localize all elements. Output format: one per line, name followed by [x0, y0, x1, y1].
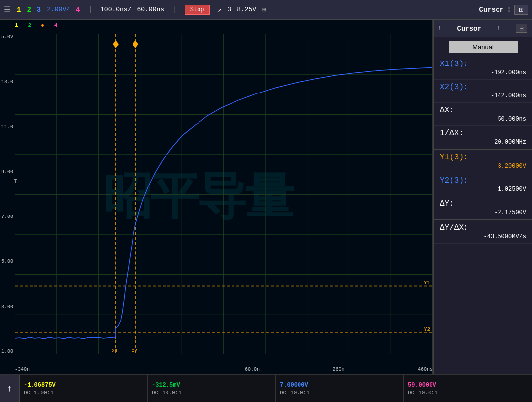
ch1-info: DC 1.00:1: [24, 390, 143, 396]
cursor-panel-header: ⁞ Cursor ⁞ ⊟: [434, 20, 532, 37]
cursor-dots: ⁞: [508, 5, 510, 15]
ch2-top-indicator: 2: [28, 22, 32, 28]
ch4-info: DC 10.0:1: [408, 390, 528, 396]
y-label-0: 15.0V: [0, 34, 13, 40]
channel-1-cell: -1.06875V DC 1.00:1: [20, 375, 148, 402]
voltage-readout: 8.25V: [237, 6, 256, 13]
ch2-ratio: 10.0:1: [162, 390, 182, 396]
ch2-info: DC 10.0:1: [152, 390, 271, 396]
cursor-y1-label: Y1(3):: [440, 153, 468, 162]
cursor-collapse-button[interactable]: ⊟: [516, 24, 527, 33]
ch3-info: DC 10.0:1: [280, 390, 399, 396]
ch1-value: -1.06875V: [24, 382, 143, 389]
grid-area: Y1 Y2 X1 X2: [15, 34, 432, 354]
y-label-7: 1.00: [1, 349, 13, 354]
ch4-ratio: 10.0:1: [418, 390, 438, 396]
ch3-diamond: ◆: [41, 22, 44, 28]
cursor-dots-left: ⁞: [439, 25, 441, 32]
ch3-mode: DC: [280, 390, 286, 396]
svg-text:Y2: Y2: [424, 326, 430, 332]
cursor-menu-button[interactable]: ⊞: [514, 5, 528, 15]
manual-button[interactable]: Manual: [449, 41, 518, 53]
x-label-4: 460ns: [418, 367, 432, 372]
channel-bar: ↑ -1.06875V DC 1.00:1 -312.5mV DC 10.0:1…: [0, 374, 532, 402]
ch1-mode: DC: [24, 390, 30, 396]
cursor-x1-label: X1(3):: [440, 60, 468, 68]
ch3-value: 7.00000V: [280, 382, 399, 389]
ch1-label[interactable]: 1: [17, 6, 21, 14]
y-label-3: 9.00: [1, 169, 13, 175]
y-label-2: 11.0: [1, 124, 13, 130]
cursor-y1-value: 3.20000V: [440, 163, 526, 170]
ch4-value: 59.0000V: [408, 382, 528, 389]
ch3-label[interactable]: 3: [37, 6, 41, 14]
cursor-dy-label: ΔY:: [440, 199, 454, 208]
cursor-y1-row: Y1(3): 3.20000V: [434, 149, 532, 173]
cursor-x1-value: -192.000ns: [440, 69, 526, 76]
cursor-y2-row: Y2(3): 1.02500V: [434, 173, 532, 196]
waveform-svg: Y1 Y2 X1 X2: [15, 34, 432, 354]
toolbar-right: Cursor ⁞ ⊞: [479, 5, 528, 15]
trigger-icon: ↗: [218, 6, 222, 14]
cursor-dy-value: -2.17500V: [440, 209, 526, 216]
channel-3-cell: 7.00000V DC 10.0:1: [276, 375, 404, 402]
cursor-dx-row: ΔX: 50.000ns: [434, 103, 532, 126]
ch3-ratio: 10.0:1: [290, 390, 310, 396]
ch1-top-indicator: 1: [15, 22, 18, 28]
main-area: 昭平导量 1 2 ◆ 4 15.0V 13.0 11.0 9.00 7.00 5…: [0, 20, 532, 374]
svg-text:X1: X1: [112, 348, 118, 354]
top-labels: 1 2 ◆ 4: [15, 22, 432, 28]
cursor-dots-right: ⁞: [498, 25, 499, 32]
y-axis-labels: 15.0V 13.0 11.0 9.00 7.00 5.00 3.00 1.00: [0, 34, 15, 354]
cursor-dydx-label: ΔY/ΔX:: [440, 223, 468, 232]
grid-icon[interactable]: ⊞: [262, 6, 266, 14]
x-axis-labels: -340n 60.0n 260n 460ns: [15, 367, 432, 372]
ch2-mode: DC: [152, 390, 158, 396]
ch4-label[interactable]: 4: [76, 6, 80, 14]
cursor-dx-label: ΔX:: [440, 106, 454, 115]
x-label-2: 60.0n: [245, 367, 260, 372]
cursor-panel: ⁞ Cursor ⁞ ⊟ Manual X1(3): -192.000ns X2…: [433, 20, 532, 374]
y-label-1: 13.0: [1, 79, 13, 85]
cursor-x1-row: X1(3): -192.000ns: [434, 57, 532, 80]
ch2-value: -312.5mV: [152, 382, 271, 389]
cursor-panel-title: Cursor: [457, 25, 482, 32]
cursor-y2-label: Y2(3):: [440, 176, 468, 185]
cursor-dx-value: 50.000ns: [440, 116, 526, 123]
ch1-ratio: 1.00:1: [34, 390, 54, 396]
cursor-x2-value: -142.000ns: [440, 93, 526, 99]
x-label-3: 260n: [332, 367, 344, 372]
ch4-top-indicator: 4: [54, 22, 58, 28]
cursor-dy-row: ΔY: -2.17500V: [434, 196, 532, 219]
svg-text:X2: X2: [132, 348, 137, 354]
menu-icon[interactable]: ☰: [4, 5, 11, 15]
cursor-invdx-row: 1/ΔX: 20.000MHz: [434, 126, 532, 149]
ch3-num: 3: [227, 6, 231, 13]
stop-button[interactable]: Stop: [185, 5, 210, 15]
cursor-title-toolbar: Cursor: [479, 6, 504, 14]
timebase-value: 100.0ns/: [100, 6, 131, 13]
ch4-mode: DC: [408, 390, 414, 396]
cursor-y2-value: 1.02500V: [440, 186, 526, 193]
ch3-voltage: 2.00V/: [47, 6, 70, 13]
y-label-6: 3.00: [1, 304, 13, 309]
y-label-4: 7.00: [1, 214, 13, 219]
cursor-dydx-row: ΔY/ΔX: -43.5000MV/s: [434, 219, 532, 244]
cursor-x2-label: X2(3):: [440, 83, 468, 92]
svg-marker-26: [113, 40, 119, 48]
cursor-dydx-value: -43.5000MV/s: [440, 233, 526, 240]
x-label-0: -340n: [15, 367, 30, 372]
scroll-left-button[interactable]: ↑: [0, 375, 20, 402]
ch2-label[interactable]: 2: [27, 6, 31, 14]
cursor-invdx-label: 1/ΔX:: [440, 129, 464, 138]
y-label-5: 5.00: [1, 259, 13, 264]
delay-value: 60.00ns: [137, 6, 164, 13]
cursor-x2-row: X2(3): -142.000ns: [434, 80, 532, 103]
svg-marker-27: [133, 40, 138, 48]
channel-4-cell: 59.0000V DC 10.0:1: [404, 375, 532, 402]
scope-screen: 昭平导量 1 2 ◆ 4 15.0V 13.0 11.0 9.00 7.00 5…: [0, 20, 433, 374]
channel-2-cell: -312.5mV DC 10.0:1: [148, 375, 276, 402]
svg-text:Y1: Y1: [424, 280, 431, 286]
toolbar: ☰ 1 2 3 2.00V/ 4 | 100.0ns/ 60.00ns | St…: [0, 0, 532, 20]
cursor-invdx-value: 20.000MHz: [440, 139, 526, 146]
